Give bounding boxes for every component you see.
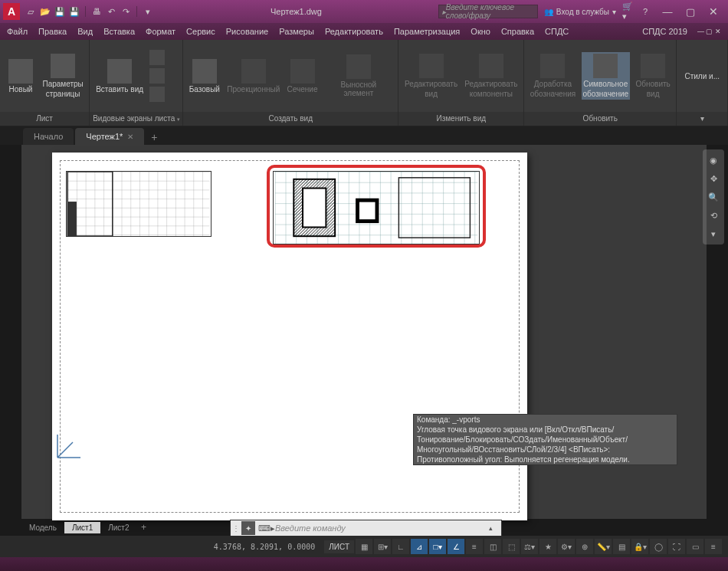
- help-icon[interactable]: ?: [639, 5, 651, 18]
- drawing-area[interactable]: Команда: _-vportsУгловая точка видового …: [21, 145, 707, 519]
- viewport-mini-0[interactable]: [149, 50, 165, 65]
- sb-otrack-icon[interactable]: ∠: [448, 539, 464, 554]
- ribbon-вставить вид[interactable]: Вставить вид: [94, 57, 145, 95]
- ribbon-новый[interactable]: Новый: [5, 57, 37, 95]
- space-toggle[interactable]: ЛИСТ: [324, 540, 354, 553]
- layout-tab[interactable]: Модель: [21, 522, 64, 533]
- nav-more-icon[interactable]: ▾: [706, 226, 721, 241]
- sb-units-icon[interactable]: 📏▾: [595, 539, 612, 554]
- cmd-recent-icon[interactable]: ✦: [241, 521, 255, 535]
- cmd-grip-icon[interactable]: ⋮⋮: [232, 524, 238, 533]
- ribbon-icon: [107, 59, 132, 84]
- sb-transparency-icon[interactable]: ◫: [484, 539, 501, 554]
- menu-параметризация[interactable]: Параметризация: [389, 25, 465, 38]
- sb-cycling-icon[interactable]: ⬚: [503, 539, 520, 554]
- ribbon-icon: [8, 59, 33, 84]
- ribbon-expand-icon[interactable]: ▾: [677, 112, 727, 126]
- paper-sheet: [52, 153, 527, 520]
- sb-grid-icon[interactable]: ▦: [356, 539, 372, 554]
- redo-icon[interactable]: ↷: [120, 5, 132, 18]
- ribbon-символьное[interactable]: Символьноеобозначение: [582, 52, 630, 100]
- qa-dropdown-icon[interactable]: ▾: [142, 5, 154, 18]
- sb-clean-icon[interactable]: ▭: [687, 539, 703, 554]
- ribbon-icon: [290, 59, 315, 84]
- sb-annoscale-icon[interactable]: ⚖▾: [521, 539, 538, 554]
- menu-окно[interactable]: Окно: [465, 25, 496, 38]
- ribbon-icon: [51, 54, 75, 78]
- svg-rect-5: [303, 189, 326, 228]
- sb-ortho-icon[interactable]: ∟: [392, 539, 409, 554]
- close-button[interactable]: ✕: [702, 2, 725, 21]
- sb-customize-icon[interactable]: ≡: [705, 539, 722, 554]
- layout-tabs: МодельЛист1Лист2 +: [21, 520, 151, 535]
- minimize-button[interactable]: —: [656, 2, 679, 21]
- sb-osnap-icon[interactable]: □▾: [429, 539, 446, 554]
- login-area[interactable]: 👥 Вход в службы ▾: [538, 8, 622, 16]
- menu-вставка[interactable]: Вставка: [98, 25, 140, 38]
- add-layout-button[interactable]: +: [137, 522, 151, 533]
- command-history[interactable]: Команда: _-vportsУгловая точка видового …: [413, 414, 677, 465]
- user-icon: 👥: [544, 8, 553, 16]
- sb-lineweight-icon[interactable]: ≡: [466, 539, 483, 554]
- viewport-2[interactable]: [273, 171, 480, 244]
- file-tab[interactable]: Начало: [23, 128, 74, 145]
- plot-icon[interactable]: 🖶: [90, 5, 103, 18]
- sb-annomonitor-icon[interactable]: ⊕: [576, 539, 593, 554]
- nav-zoom-icon[interactable]: 🔍: [706, 189, 721, 205]
- nav-wheel-icon[interactable]: ◉: [706, 153, 721, 168]
- cmd-history-line: Многоугольный/ВОсстановить/СЛой/2/3/4] <…: [414, 445, 677, 455]
- menu-spds[interactable]: СПДС 2019: [638, 25, 692, 38]
- login-label: Вход в службы: [556, 8, 609, 16]
- save-icon[interactable]: 💾: [54, 5, 66, 18]
- maximize-button[interactable]: ▢: [679, 2, 702, 21]
- viewport-mini-1[interactable]: [149, 68, 165, 84]
- menu-редактировать[interactable]: Редактировать: [320, 25, 389, 38]
- nav-orbit-icon[interactable]: ⟲: [706, 208, 721, 223]
- app-icon[interactable]: A: [3, 3, 20, 20]
- sb-snap-icon[interactable]: ⊞▾: [374, 539, 391, 554]
- new-icon[interactable]: ▱: [25, 5, 37, 18]
- sb-polar-icon[interactable]: ⊿: [411, 539, 428, 554]
- menu-справка[interactable]: Справка: [496, 25, 539, 38]
- coordinates-display[interactable]: 4.3768, 8.2091, 0.0000: [206, 543, 323, 551]
- file-tab[interactable]: Чертеж1*✕: [75, 128, 144, 145]
- sb-annovisibility-icon[interactable]: ★: [539, 539, 556, 554]
- menu-файл[interactable]: Файл: [2, 25, 33, 38]
- sb-lock-icon[interactable]: 🔒▾: [631, 539, 648, 554]
- layout-tab[interactable]: Лист1: [64, 522, 100, 533]
- sb-workspace-icon[interactable]: ⚙▾: [558, 539, 575, 554]
- viewport-1[interactable]: [66, 171, 212, 237]
- sb-isolate-icon[interactable]: ◯: [650, 539, 667, 554]
- ribbon-параметры[interactable]: Параметрыстраницы: [41, 52, 84, 100]
- saveas-icon[interactable]: 💾: [68, 5, 80, 18]
- search-input[interactable]: ▸ Введите ключевое слово/фразу: [438, 5, 538, 18]
- menu-рисование[interactable]: Рисование: [221, 25, 274, 38]
- viewport-mini-2[interactable]: [149, 87, 165, 102]
- ribbon-проекционный: Проекционный: [226, 57, 281, 95]
- panel-title: Лист: [0, 112, 89, 126]
- menu-collapse-icon[interactable]: — ▢ ✕: [692, 25, 726, 38]
- undo-icon[interactable]: ↶: [105, 5, 117, 18]
- cmd-expand-icon[interactable]: ▴: [489, 524, 500, 532]
- layout-tab[interactable]: Лист2: [100, 522, 136, 533]
- menu-сервис[interactable]: Сервис: [181, 25, 221, 38]
- menu-вид[interactable]: Вид: [72, 25, 98, 38]
- svg-rect-2: [67, 202, 77, 236]
- sb-quickprops-icon[interactable]: ▤: [613, 539, 630, 554]
- close-tab-icon[interactable]: ✕: [127, 133, 133, 141]
- command-input[interactable]: Введите команду: [275, 523, 486, 533]
- menu-правка[interactable]: Правка: [33, 25, 72, 38]
- exchange-icon[interactable]: 🛒▾: [622, 5, 635, 18]
- styles-panel-label[interactable]: Стили и...: [681, 67, 723, 85]
- sb-hardware-icon[interactable]: ⛶: [668, 539, 685, 554]
- panel-title[interactable]: Видовые экраны листа: [90, 112, 182, 126]
- add-tab-button[interactable]: +: [146, 130, 162, 145]
- menu-формат[interactable]: Формат: [140, 25, 181, 38]
- cmd-history-line: Команда: _-vports: [414, 415, 677, 425]
- nav-pan-icon[interactable]: ✥: [706, 171, 721, 186]
- menu-размеры[interactable]: Размеры: [274, 25, 320, 38]
- ribbon: НовыйПараметрыстраницыЛистВставить видВи…: [0, 40, 728, 126]
- menu-спдс[interactable]: СПДС: [539, 25, 574, 38]
- ribbon-базовый[interactable]: Базовый: [188, 57, 221, 95]
- open-icon[interactable]: 📂: [39, 5, 51, 18]
